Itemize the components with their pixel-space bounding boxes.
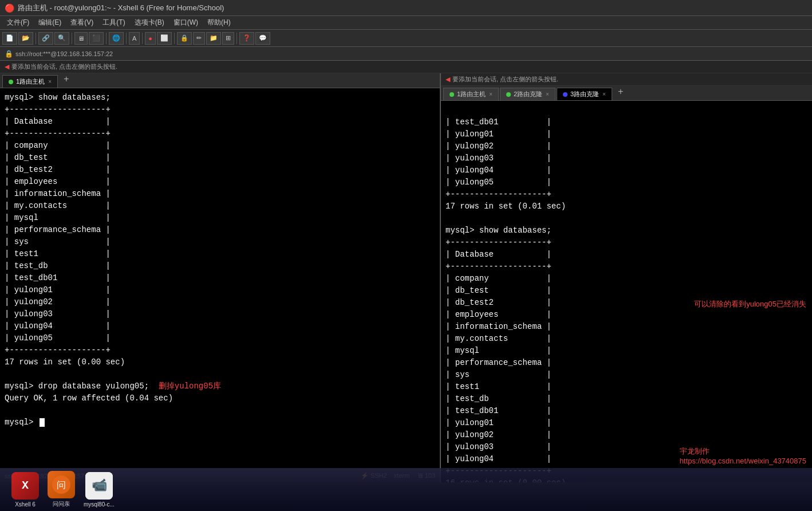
left-tab-close[interactable]: × [48,78,52,85]
left-tab-label: 1路由主机 [16,77,45,86]
menu-tools[interactable]: 工具(T) [98,17,129,29]
menu-bar: 文件(F) 编辑(E) 查看(V) 工具(T) 选项卡(B) 窗口(W) 帮助(… [0,16,812,30]
notice-text: 要添加当前会话, 点击左侧的箭头按钮. [11,62,117,71]
right-tab-3-close[interactable]: × [602,91,606,97]
app-icon: 🔴 [5,3,14,13]
menu-window[interactable]: 窗口(W) [169,17,203,29]
right-tab-1[interactable]: 1路由主机 × [443,88,499,100]
right-tab-add[interactable]: + [613,84,628,100]
svg-text:📹: 📹 [91,477,107,493]
mysql-icon: 📹 [85,472,113,500]
left-terminal-content: mysql> show databases; +----------------… [5,93,221,427]
taskbar-item-xshell[interactable]: X Xshell 6 [11,472,39,508]
toolbar-edit[interactable]: ✏ [193,32,205,45]
left-panel: 1路由主机 × + mysql> show databases; +------… [0,73,441,482]
connection-address: ssh://root:***@192.168.136.157:22 [15,50,113,57]
right-notice-text: 要添加当前会话, 点击左侧的箭头按钮. [452,75,558,84]
left-tab-1[interactable]: 1路由主机 × [2,75,58,88]
toolbar-grid[interactable]: ⊞ [222,32,234,45]
connection-bar: 🔒 ssh://root:***@192.168.136.157:22 [0,47,812,61]
right-tab-1-dot [450,92,454,97]
toolbar-btn4[interactable]: 🖥 [74,32,88,45]
menu-edit[interactable]: 编辑(E) [34,17,66,29]
toolbar-globe[interactable]: 🌐 [109,32,124,45]
right-tab-2-close[interactable]: × [546,91,549,97]
right-tab-1-label: 1路由主机 [457,90,486,99]
taskbar-item-mysql[interactable]: 📹 mysql80-c... [84,472,115,508]
right-tab-2-label: 2路由克隆 [514,90,542,99]
main-layout: 1路由主机 × + mysql> show databases; +------… [0,73,812,482]
menu-tabs[interactable]: 选项卡(B) [130,17,169,29]
toolbar-font[interactable]: A [129,32,140,45]
menu-file[interactable]: 文件(F) [2,17,34,29]
lock-icon: 🔒 [5,50,13,58]
xshell-icon: X [11,472,39,500]
svg-text:问: 问 [57,480,66,490]
wendao-svg: 问 [51,474,72,495]
toolbar: 📄 📂 🔗 🔍 🖥 ⬛ 🌐 A ● ⬜ 🔒 ✏ 📁 ⊞ ❓ 💬 [0,30,812,47]
xshell-label: Xshell 6 [15,501,36,508]
toolbar-sep5 [142,33,143,44]
toolbar-sep7 [236,33,237,44]
toolbar-new[interactable]: 📄 [2,32,17,45]
left-tab-add[interactable]: + [59,72,74,88]
toolbar-sep3 [106,33,107,44]
wendao-icon: 问 [48,471,75,498]
right-terminal-content: | test_db01 | | yulong01 | | yulong02 | … [446,117,566,482]
toolbar-open[interactable]: 📂 [18,32,33,45]
toolbar-sep6 [174,33,175,44]
toolbar-btn3[interactable]: 🔍 [54,32,69,45]
toolbar-red[interactable]: ● [145,32,156,45]
toolbar-comment[interactable]: 💬 [255,32,270,45]
toolbar-help[interactable]: ❓ [239,32,254,45]
left-tab-bar: 1路由主机 × + [0,73,440,88]
watermark: 宇龙制作https://blog.csdn.net/weixin_4374087… [680,446,806,465]
right-tab-3-label: 3路由克隆 [570,90,599,99]
toolbar-record[interactable]: ⬜ [157,32,172,45]
toolbar-lock[interactable]: 🔒 [177,32,192,45]
right-panel: ◀ 要添加当前会话, 点击左侧的箭头按钮. 1路由主机 × 2路由克隆 × 3路… [441,73,812,482]
right-notice-arrow: ◀ [446,76,450,83]
toolbar-sep4 [126,33,127,44]
menu-view[interactable]: 查看(V) [66,17,98,29]
left-terminal[interactable]: mysql> show databases; +----------------… [0,88,440,469]
toolbar-btn2[interactable]: 🔗 [38,32,53,45]
title-text: 路由主机 - root@yulong01:~ - Xshell 6 (Free … [18,3,224,13]
right-tab-1-close[interactable]: × [489,91,492,97]
left-notice-bar: ◀ 要添加当前会话, 点击左侧的箭头按钮. [0,61,812,73]
toolbar-sep1 [36,33,36,44]
left-tab-dot [9,80,13,84]
right-tab-3[interactable]: 3路由克隆 × [557,88,612,100]
menu-help[interactable]: 帮助(H) [203,17,235,29]
right-annotation: 可以清除的看到yulong05已经消失 [694,298,806,310]
taskbar: X Xshell 6 问 问问亲 📹 mysql80-c... [0,468,812,511]
mysql-svg: 📹 [85,472,113,500]
right-tab-2[interactable]: 2路由克隆 × [500,88,555,100]
notice-arrow-icon: ◀ [5,63,9,70]
title-bar: 🔴 路由主机 - root@yulong01:~ - Xshell 6 (Fre… [0,0,812,16]
right-tab-2-dot [506,92,511,97]
toolbar-folder[interactable]: 📁 [206,32,221,45]
toolbar-sep2 [72,33,72,44]
right-tab-bar: 1路由主机 × 2路由克隆 × 3路由克隆 × + [441,86,812,101]
right-terminal[interactable]: | test_db01 | | yulong01 | | yulong02 | … [441,101,812,482]
right-tab-3-dot [563,92,567,97]
wendao-label: 问问亲 [53,500,70,508]
taskbar-item-wendao[interactable]: 问 问问亲 [48,471,75,508]
mysql-label: mysql80-c... [84,501,115,508]
toolbar-btn5[interactable]: ⬛ [89,32,104,45]
